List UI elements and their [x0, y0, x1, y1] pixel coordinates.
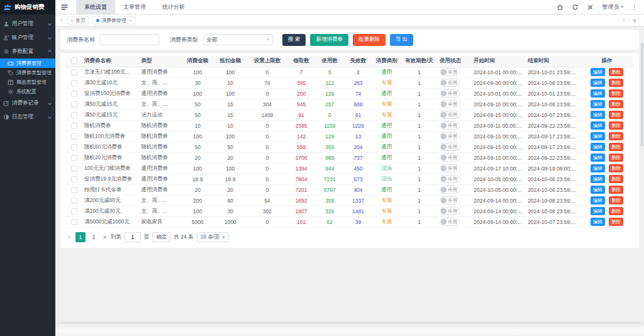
status-toggle[interactable]: 停用 — [440, 175, 460, 183]
export-button[interactable]: 导 出 — [390, 34, 413, 46]
menu-collapse-icon[interactable] — [60, 3, 69, 11]
sidebar-item-log-mgmt[interactable]: 日志管理 — [0, 110, 55, 124]
status-toggle[interactable]: 停用 — [440, 196, 460, 204]
close-icon[interactable]: × — [129, 18, 132, 23]
edit-button[interactable]: 编辑 — [591, 111, 605, 119]
edit-button[interactable]: 编辑 — [591, 68, 605, 76]
edit-button[interactable]: 编辑 — [591, 100, 605, 108]
tag-coupon-mgmt[interactable]: 消费券管理 × — [92, 16, 136, 25]
tags-menu-icon[interactable]: ∨ — [628, 18, 640, 23]
refresh-icon[interactable] — [572, 4, 579, 11]
tags-scroll-left-icon[interactable]: ‹ — [59, 17, 64, 23]
sidebar-item-coupon-type-mgmt[interactable]: 消费券类型管理 — [0, 68, 55, 77]
user-dropdown[interactable]: 管理员 ▾ — [602, 3, 623, 11]
row-checkbox[interactable] — [71, 133, 77, 140]
row-checkbox[interactable] — [71, 176, 77, 182]
jump-page-input[interactable] — [125, 232, 141, 242]
row-checkbox[interactable] — [71, 69, 77, 76]
delete-button[interactable]: 删除 — [609, 79, 623, 87]
delete-button[interactable]: 删除 — [609, 132, 623, 140]
vertical-scrollbar[interactable] — [641, 43, 643, 147]
sidebar-item-system-config[interactable]: 系统配置 — [0, 87, 55, 96]
delete-button[interactable]: 删除 — [609, 100, 623, 108]
status-toggle[interactable]: 停用 — [440, 186, 460, 194]
add-coupon-button[interactable]: 新增消费券 — [310, 34, 348, 46]
sidebar-item-account-mgmt[interactable]: 账户管理 — [0, 31, 55, 45]
status-toggle[interactable]: 停用 — [440, 218, 460, 226]
delete-button[interactable]: 删除 — [609, 196, 623, 204]
status-toggle[interactable]: 停用 — [440, 100, 460, 108]
edit-button[interactable]: 编辑 — [591, 121, 605, 130]
status-toggle[interactable]: 停用 — [440, 121, 460, 130]
edit-button[interactable]: 编辑 — [591, 132, 605, 140]
coupon-type-select[interactable]: 全部 ▾ — [203, 34, 273, 45]
home-icon[interactable] — [557, 4, 564, 11]
next-page-icon[interactable]: > — [102, 234, 108, 240]
tags-scroll-right-icon[interactable]: › — [618, 18, 628, 23]
sidebar-item-coupon-mgmt[interactable]: 消费券管理 — [0, 59, 55, 68]
page-1-button[interactable]: 1 — [75, 232, 86, 242]
row-checkbox[interactable] — [71, 112, 77, 118]
tab-statistics[interactable]: 统计分析 — [154, 0, 193, 14]
status-toggle[interactable]: 停用 — [440, 68, 460, 76]
delete-button[interactable]: 删除 — [609, 111, 623, 119]
coupon-amount: 50 — [182, 99, 213, 109]
prev-page-icon[interactable]: < — [67, 234, 72, 240]
status-toggle[interactable]: 停用 — [440, 132, 460, 140]
delete-button[interactable]: 删除 — [609, 207, 623, 215]
edit-button[interactable]: 编辑 — [591, 79, 605, 87]
coupon-name-input[interactable] — [99, 34, 159, 45]
row-checkbox[interactable] — [71, 165, 77, 172]
edit-button[interactable]: 编辑 — [591, 175, 605, 183]
status-toggle[interactable]: 停用 — [440, 164, 460, 172]
edit-button[interactable]: 编辑 — [591, 143, 605, 151]
row-checkbox[interactable] — [71, 208, 77, 215]
tag-home[interactable]: 首页 — [67, 16, 89, 25]
status-toggle[interactable]: 停用 — [440, 154, 460, 162]
row-checkbox[interactable] — [71, 101, 77, 108]
delete-button[interactable]: 删除 — [609, 143, 623, 151]
status-toggle[interactable]: 停用 — [440, 207, 460, 215]
batch-delete-button[interactable]: 批量删除 — [353, 34, 386, 46]
status-toggle[interactable]: 停用 — [440, 89, 460, 98]
edit-button[interactable]: 编辑 — [591, 186, 605, 194]
edit-button[interactable]: 编辑 — [591, 89, 605, 98]
page-2-button[interactable]: 2 — [89, 232, 99, 242]
sidebar-item-param-config[interactable]: 参数配置 — [0, 45, 55, 59]
delete-button[interactable]: 删除 — [609, 186, 623, 194]
row-checkbox[interactable] — [71, 187, 77, 193]
delete-button[interactable]: 删除 — [609, 154, 623, 162]
edit-button[interactable]: 编辑 — [591, 196, 605, 204]
row-checkbox[interactable] — [71, 198, 77, 204]
fullscreen-icon[interactable] — [587, 4, 594, 11]
row-checkbox[interactable] — [71, 80, 77, 86]
row-checkbox[interactable] — [71, 219, 77, 225]
tab-article-mgmt[interactable]: 文章管理 — [115, 0, 154, 14]
row-checkbox[interactable] — [71, 123, 77, 129]
more-options-icon[interactable]: ⋮ — [631, 4, 638, 11]
status-toggle[interactable]: 停用 — [440, 111, 460, 119]
edit-button[interactable]: 编辑 — [591, 154, 605, 162]
edit-button[interactable]: 编辑 — [591, 218, 605, 226]
row-checkbox[interactable] — [71, 144, 77, 150]
jump-confirm-button[interactable]: 确定 — [152, 232, 170, 242]
search-button[interactable]: 搜 索 — [282, 34, 306, 46]
row-checkbox[interactable] — [71, 155, 77, 161]
edit-button[interactable]: 编辑 — [591, 207, 605, 215]
sidebar-item-coupon-records[interactable]: 消费券记录 — [0, 96, 55, 110]
delete-button[interactable]: 删除 — [609, 218, 623, 226]
select-all-checkbox[interactable] — [71, 58, 77, 64]
row-checkbox[interactable] — [71, 91, 77, 97]
status-toggle[interactable]: 停用 — [440, 143, 460, 151]
page-size-select[interactable]: 15 条/页 ▾ — [197, 232, 229, 242]
tab-system-settings[interactable]: 系统设置 — [76, 0, 115, 14]
sidebar-item-user-mgmt[interactable]: 用户管理 — [0, 17, 55, 31]
status-toggle[interactable]: 停用 — [440, 79, 460, 87]
delete-button[interactable]: 删除 — [609, 121, 623, 130]
delete-button[interactable]: 删除 — [609, 68, 623, 76]
delete-button[interactable]: 删除 — [609, 175, 623, 183]
edit-button[interactable]: 编辑 — [591, 164, 605, 172]
delete-button[interactable]: 删除 — [609, 89, 623, 98]
delete-button[interactable]: 删除 — [609, 164, 623, 172]
sidebar-item-product-type-mgmt[interactable]: 商品类型管理 — [0, 77, 55, 87]
